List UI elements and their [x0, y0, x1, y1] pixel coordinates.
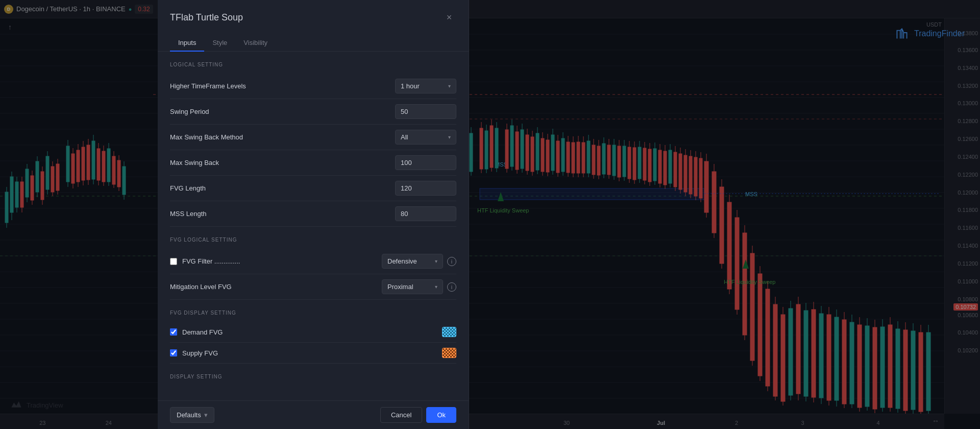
modal-footer: Defaults ▾ Cancel Ok: [158, 400, 469, 429]
chevron-down-icon-4: ▾: [435, 284, 437, 290]
swing-period-input[interactable]: [395, 104, 456, 119]
mitigation-level-controls: Proximal ▾ i: [382, 279, 456, 294]
supply-fvg-checkbox-group: Supply FVG: [170, 349, 442, 357]
settings-modal: TFlab Turtle Soup × Inputs Style Visibil…: [158, 0, 469, 429]
demand-fvg-checkbox-group: Demand FVG: [170, 328, 442, 336]
footer-actions: Cancel Ok: [380, 407, 456, 423]
fvg-filter-label: FVG Filter ..............: [182, 257, 382, 265]
mitigation-level-select[interactable]: Proximal ▾: [382, 279, 443, 294]
modal-overlay[interactable]: [0, 0, 980, 429]
fvg-length-label: FVG Length: [170, 184, 395, 192]
mitigation-level-label: Mitigation Level FVG: [170, 283, 382, 291]
fvg-length-row: FVG Length: [170, 176, 456, 201]
supply-fvg-swatch[interactable]: [442, 348, 456, 358]
modal-header: TFlab Turtle Soup ×: [158, 0, 469, 25]
mss-length-input[interactable]: [395, 206, 456, 221]
fvg-filter-checkbox[interactable]: [170, 258, 177, 265]
mss-length-label: MSS Length: [170, 210, 395, 218]
defaults-label: Defaults: [177, 411, 201, 419]
swing-period-label: Swing Period: [170, 108, 395, 115]
defaults-button[interactable]: Defaults ▾: [170, 407, 214, 423]
chevron-down-icon-5: ▾: [204, 411, 208, 419]
modal-body: LOGICAL SETTING Higher TimeFrame Levels …: [158, 52, 469, 400]
max-swing-back-method-row: Max Swing Back Method All ▾: [170, 125, 456, 150]
mss-length-row: MSS Length: [170, 201, 456, 227]
demand-fvg-checkbox[interactable]: [170, 328, 177, 336]
cancel-button[interactable]: Cancel: [380, 407, 422, 423]
higher-timeframe-label: Higher TimeFrame Levels: [170, 82, 395, 90]
demand-fvg-label: Demand FVG: [182, 328, 442, 336]
mitigation-level-row: Mitigation Level FVG Proximal ▾ i: [170, 274, 456, 300]
tab-style[interactable]: Style: [204, 35, 235, 52]
fvg-length-input[interactable]: [395, 181, 456, 196]
max-swing-back-method-value: All: [401, 133, 408, 141]
higher-timeframe-value: 1 hour: [401, 82, 420, 90]
supply-fvg-checkbox[interactable]: [170, 349, 177, 356]
chevron-down-icon: ▾: [448, 83, 451, 89]
demand-fvg-row: Demand FVG: [170, 322, 456, 343]
max-swing-back-method-select[interactable]: All ▾: [395, 130, 456, 145]
swing-period-row: Swing Period: [170, 99, 456, 125]
ok-button[interactable]: Ok: [426, 407, 456, 423]
display-setting-header: DISPLAY SETTING: [170, 364, 456, 386]
max-swing-back-row: Max Swing Back: [170, 150, 456, 176]
higher-timeframe-select[interactable]: 1 hour ▾: [395, 79, 456, 93]
fvg-filter-checkbox-group: FVG Filter ..............: [170, 257, 382, 265]
fvg-filter-value: Defensive: [387, 257, 417, 265]
chevron-down-icon-2: ▾: [448, 134, 451, 140]
fvg-filter-info-icon[interactable]: i: [447, 257, 456, 266]
modal-close-button[interactable]: ×: [442, 10, 456, 25]
higher-timeframe-row: Higher TimeFrame Levels 1 hour ▾: [170, 74, 456, 99]
chevron-down-icon-3: ▾: [435, 258, 437, 264]
tab-visibility[interactable]: Visibility: [235, 35, 276, 52]
modal-tabs: Inputs Style Visibility: [158, 29, 469, 52]
demand-fvg-swatch[interactable]: [442, 327, 456, 337]
max-swing-back-input[interactable]: [395, 155, 456, 170]
logical-setting-header: LOGICAL SETTING: [170, 52, 456, 74]
max-swing-back-label: Max Swing Back: [170, 159, 395, 166]
fvg-display-setting-header: FVG DISPLAY SETTING: [170, 300, 456, 322]
mitigation-level-value: Proximal: [387, 283, 413, 291]
modal-title: TFlab Turtle Soup: [170, 12, 243, 23]
fvg-logical-setting-header: FVG LOGICAL SETTING: [170, 227, 456, 249]
fvg-filter-row: FVG Filter .............. Defensive ▾ i: [170, 249, 456, 274]
fvg-filter-controls: Defensive ▾ i: [382, 254, 456, 269]
fvg-filter-select[interactable]: Defensive ▾: [382, 254, 443, 269]
mitigation-level-info-icon[interactable]: i: [447, 282, 456, 292]
tab-inputs[interactable]: Inputs: [170, 35, 204, 52]
supply-fvg-row: Supply FVG: [170, 343, 456, 364]
supply-fvg-label: Supply FVG: [182, 349, 442, 357]
max-swing-back-method-label: Max Swing Back Method: [170, 133, 395, 141]
